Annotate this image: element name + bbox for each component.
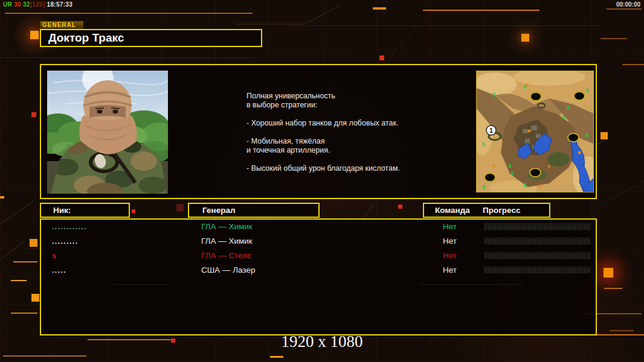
player-row: ..... США — Лазер Нет	[41, 264, 596, 277]
decor-square	[30, 239, 37, 247]
general-title-box: Доктор Тракс	[40, 29, 262, 47]
debug-segment: 32	[21, 1, 30, 8]
general-tag: GENERAL	[40, 21, 83, 29]
decor-line	[11, 280, 27, 281]
player-team: Нет	[443, 220, 457, 233]
decor-line	[11, 313, 37, 314]
column-header-nick: Ник:	[40, 203, 130, 218]
general-portrait-image	[47, 71, 168, 194]
resource-icon: $	[585, 87, 588, 94]
decor-line	[423, 10, 539, 11]
player-nick: .....	[52, 264, 66, 277]
decor-line	[622, 64, 644, 65]
resource-icon: $	[585, 132, 588, 138]
resource-icon: $	[481, 141, 485, 147]
debug-readout: UR 30 32[120] 18:57:33	[3, 1, 72, 8]
player-team: Нет	[443, 264, 457, 277]
decor-square	[604, 268, 613, 278]
decor-line	[601, 38, 627, 39]
decor-square	[379, 56, 384, 60]
column-header-label: Генерал	[189, 206, 235, 215]
resolution-caption: 1920 x 1080	[282, 332, 363, 351]
decor-square	[521, 34, 529, 42]
map-preview: 1 $ $ $ $ $ $ $ $ $ $ $	[476, 71, 594, 192]
resource-icon: $	[482, 184, 485, 190]
debug-segment: 30	[12, 1, 21, 8]
player-general: ГЛА — Стелс	[201, 249, 251, 262]
decor-square	[31, 294, 39, 302]
decor-line	[419, 284, 523, 285]
loading-screen: UR 30 32[120] 18:57:33 00:00:00 GENERAL …	[0, 0, 644, 362]
load-progress-bar	[483, 267, 591, 275]
player-general: ГЛА — Химик	[201, 220, 253, 233]
decor-line	[113, 284, 171, 285]
player-row: ......... ГЛА — Химик Нет	[41, 235, 596, 248]
player-nick: .........	[52, 235, 79, 248]
debug-segment: UR	[3, 1, 12, 8]
decor-line	[610, 330, 634, 331]
start-number: 1	[489, 127, 493, 134]
decor-line	[290, 25, 601, 26]
resource-icon: $	[562, 114, 565, 120]
decor-line	[13, 261, 37, 262]
player-general: ГЛА — Химик	[201, 235, 253, 248]
load-progress-bar	[483, 252, 591, 260]
decor-square	[0, 196, 4, 198]
decor-square	[31, 112, 36, 117]
column-header-team-progress: Команда Прогресс	[423, 203, 550, 218]
player-row: ............ ГЛА — Химик Нет	[41, 220, 596, 233]
resource-icon: $	[523, 84, 526, 90]
debug-segment: [120]	[30, 1, 45, 8]
game-timer: 00:00:00	[616, 1, 640, 8]
resource-icon: $	[523, 182, 526, 188]
decor-square	[30, 31, 39, 39]
decor-line	[373, 7, 386, 10]
player-nick: s	[52, 249, 57, 262]
decor-square	[601, 132, 608, 139]
player-team: Нет	[443, 249, 457, 262]
player-nick: ............	[52, 220, 87, 233]
player-row: s ГЛА — Стелс Нет	[41, 249, 596, 262]
load-progress-bar	[483, 223, 591, 231]
general-profile-panel: Полная универсальность в выборе стратеги…	[40, 64, 597, 199]
debug-segment: 18:57:33	[45, 1, 73, 8]
decor-line	[88, 339, 171, 340]
column-header-general: Генерал	[188, 203, 320, 218]
player-list-panel: ............ ГЛА — Химик Нет ......... Г…	[40, 218, 597, 335]
decor-line	[0, 57, 254, 58]
decor-line	[270, 356, 283, 358]
column-header-label: Команда	[435, 204, 470, 217]
player-start-marker: 1	[486, 125, 496, 135]
decor-square	[176, 204, 184, 211]
decor-line	[3, 355, 86, 357]
decor-square	[398, 205, 402, 209]
decor-line	[604, 288, 622, 289]
resource-icon: $	[567, 105, 570, 111]
load-progress-bar	[483, 238, 591, 246]
resource-icon: $	[492, 92, 495, 98]
player-general: США — Лазер	[201, 264, 255, 277]
decor-line	[5, 13, 253, 14]
decor-square	[132, 209, 135, 213]
decor-line	[607, 8, 642, 10]
column-header-label: Прогресс	[483, 204, 520, 217]
column-header-label: Ник:	[41, 206, 71, 215]
general-description: Полная универсальность в выборе стратеги…	[246, 92, 452, 173]
player-team: Нет	[443, 235, 457, 248]
resource-icon: $	[510, 170, 514, 176]
decor-square	[171, 338, 175, 343]
general-name: Доктор Тракс	[41, 30, 261, 46]
resource-icon: $	[508, 163, 511, 169]
